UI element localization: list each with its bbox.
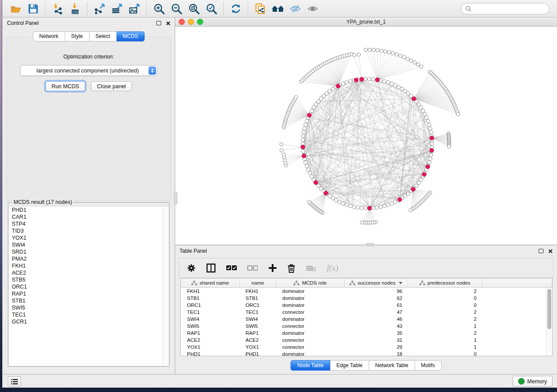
table-cell[interactable]: 2 xyxy=(408,316,482,323)
show-all-button[interactable] xyxy=(304,1,322,16)
column-layout-icon[interactable] xyxy=(206,263,216,273)
mcds-result-item[interactable]: SWI4 xyxy=(9,241,169,248)
mcds-result-item[interactable]: RAP1 xyxy=(9,290,169,297)
save-session-button[interactable] xyxy=(24,1,42,16)
tab-network-table[interactable]: Network Table xyxy=(369,360,415,371)
memory-button[interactable]: Memory xyxy=(512,376,553,387)
table-cell[interactable]: connector xyxy=(276,309,344,316)
table-cell[interactable]: 1 xyxy=(408,323,482,330)
select-all-rows-icon[interactable] xyxy=(226,265,237,271)
tab-node-table[interactable]: Node Table xyxy=(291,360,330,371)
table-cell[interactable]: PHD1 xyxy=(239,351,276,356)
run-mcds-button[interactable]: Run MCDS xyxy=(45,81,85,91)
mcds-result-item[interactable]: STB1 xyxy=(9,297,169,304)
table-cell[interactable]: STB1 xyxy=(239,295,276,302)
table-cell[interactable]: 2 xyxy=(408,309,482,316)
hide-selected-button[interactable] xyxy=(287,1,304,16)
mcds-result-item[interactable]: TEC1 xyxy=(9,311,169,318)
table-cell[interactable]: ACE2 xyxy=(181,337,239,344)
tab-select[interactable]: Select xyxy=(90,31,117,41)
import-table-button[interactable] xyxy=(66,1,84,16)
export-image-button[interactable] xyxy=(126,1,143,16)
mcds-result-item[interactable]: ORC1 xyxy=(9,283,169,290)
table-cell[interactable]: TEC1 xyxy=(239,309,276,316)
table-header-row[interactable]: shared namenameMCDS rolesuccessor nodesp… xyxy=(181,279,552,288)
table-row[interactable]: YOX1YOX1connector291 xyxy=(181,344,552,351)
close-panel-button[interactable]: Close panel xyxy=(91,81,132,91)
mcds-result-item[interactable]: GCR1 xyxy=(9,318,169,325)
column-header-successor-nodes[interactable]: successor nodes xyxy=(344,279,408,288)
table-cell[interactable]: dominator xyxy=(276,316,344,323)
mcds-result-item[interactable]: TID3 xyxy=(9,227,169,234)
table-cell[interactable]: SWI4 xyxy=(181,316,239,323)
vertical-splitter-handle[interactable] xyxy=(174,192,177,204)
mcds-result-item[interactable]: ACE2 xyxy=(9,269,169,276)
table-cell[interactable]: 43 xyxy=(344,323,408,330)
column-header-predecessor-nodes[interactable]: predecessor nodes xyxy=(408,279,482,288)
table-cell[interactable]: 0 xyxy=(408,302,482,309)
table-cell[interactable]: TEC1 xyxy=(181,309,239,316)
table-cell[interactable]: ORC1 xyxy=(181,302,239,309)
zoom-in-button[interactable] xyxy=(150,1,168,16)
close-panel-icon[interactable] xyxy=(166,21,170,26)
mcds-result-list[interactable]: PHD1CAR1STP4TID3YOX1SWI4SRD1PMA2FKH1ACE2… xyxy=(9,206,169,366)
table-cell[interactable]: 0 xyxy=(408,295,482,302)
table-cell[interactable]: connector xyxy=(276,323,344,330)
table-cell[interactable]: 29 xyxy=(344,344,408,351)
mcds-result-item[interactable]: PMA2 xyxy=(9,255,169,262)
table-cell[interactable]: 35 xyxy=(344,330,408,337)
mcds-list-scrollbar[interactable] xyxy=(163,206,169,366)
table-row[interactable]: TEC1TEC1connector472 xyxy=(181,309,552,316)
table-cell[interactable]: 96 xyxy=(344,288,408,295)
float-panel-icon[interactable] xyxy=(539,249,543,253)
table-cell[interactable]: connector xyxy=(276,344,344,351)
export-network-button[interactable] xyxy=(91,1,108,16)
deselect-all-rows-icon[interactable] xyxy=(247,265,258,271)
horizontal-splitter-handle[interactable] xyxy=(366,243,374,246)
zoom-out-button[interactable] xyxy=(168,1,185,16)
table-cell[interactable]: SWI5 xyxy=(181,323,239,330)
mcds-result-item[interactable]: CAR1 xyxy=(9,213,169,220)
tab-style[interactable]: Style xyxy=(65,31,90,41)
table-cell[interactable]: SWI5 xyxy=(239,323,276,330)
scrollbar-thumb[interactable] xyxy=(547,289,551,329)
network-window-titlebar[interactable]: YPA_prune.txt_1 xyxy=(175,17,557,27)
table-cell[interactable]: 2 xyxy=(408,288,482,295)
table-cell[interactable]: dominator xyxy=(276,288,344,295)
open-file-button[interactable] xyxy=(7,1,24,16)
tab-motifs[interactable]: Motifs xyxy=(415,360,442,371)
table-cell[interactable]: 2 xyxy=(408,330,482,337)
table-cell[interactable]: 31 xyxy=(344,337,408,344)
column-header-MCDS-role[interactable]: MCDS role xyxy=(276,279,344,288)
table-cell[interactable]: PHD1 xyxy=(181,351,239,356)
mcds-result-item[interactable]: PHD1 xyxy=(9,206,169,213)
table-cell[interactable]: 62 xyxy=(344,295,408,302)
table-cell[interactable]: 1 xyxy=(408,344,482,351)
table-row[interactable]: SWI5SWI5connector431 xyxy=(181,323,552,330)
table-cell[interactable]: 0 xyxy=(408,351,482,356)
settings-icon[interactable] xyxy=(187,264,196,272)
table-cell[interactable]: 61 xyxy=(344,302,408,309)
table-cell[interactable]: dominator xyxy=(276,330,344,337)
delete-table-icon[interactable] xyxy=(306,265,316,272)
table-row[interactable]: PHD1PHD1dominator180 xyxy=(181,351,552,356)
network-canvas[interactable] xyxy=(175,27,557,244)
table-cell[interactable]: 18 xyxy=(344,351,408,356)
table-cell[interactable]: 46 xyxy=(344,316,408,323)
export-table-button[interactable] xyxy=(108,1,126,16)
first-neighbors-button[interactable] xyxy=(269,1,287,16)
table-cell[interactable]: dominator xyxy=(276,295,344,302)
mcds-result-item[interactable]: YOX1 xyxy=(9,234,169,241)
table-cell[interactable]: 47 xyxy=(344,309,408,316)
search-box[interactable] xyxy=(461,3,549,14)
table-row[interactable]: STB1STB1dominator620 xyxy=(181,295,552,302)
refresh-button[interactable] xyxy=(227,1,245,16)
table-cell[interactable]: dominator xyxy=(276,302,344,309)
table-cell[interactable]: YOX1 xyxy=(181,344,239,351)
mcds-result-item[interactable]: STB5 xyxy=(9,276,169,283)
close-panel-icon[interactable] xyxy=(548,249,553,254)
tab-edge-table[interactable]: Edge Table xyxy=(330,360,369,371)
delete-column-icon[interactable] xyxy=(287,264,295,273)
table-vertical-scrollbar[interactable] xyxy=(546,288,552,356)
ui-settings-button[interactable] xyxy=(8,376,21,387)
